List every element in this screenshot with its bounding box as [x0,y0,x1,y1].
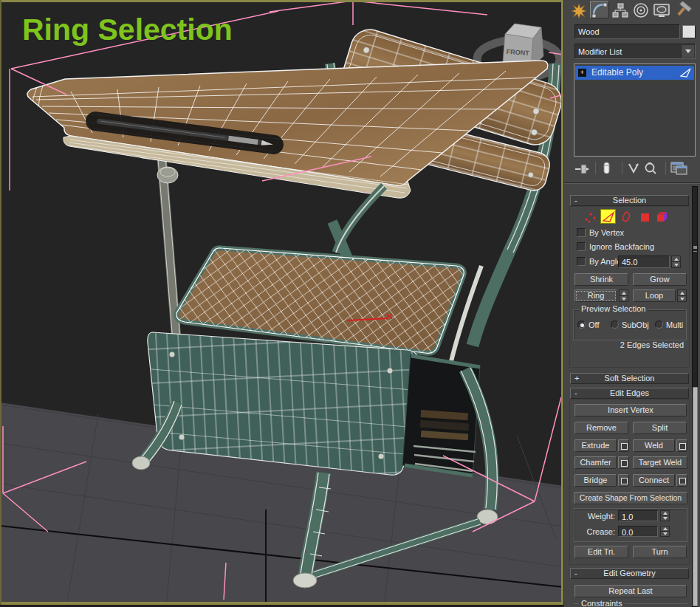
modifier-stack-toolbar [564,160,700,178]
annotation-title: Ring Selection [22,13,233,47]
repeat-last-button[interactable]: Repeat Last [574,585,687,597]
modify-icon [591,1,608,18]
chamfer-button[interactable]: Chamfer [574,456,617,469]
bridge-button[interactable]: Bridge [574,474,617,487]
by-vertex-label: By Vertex [589,228,624,238]
make-unique-icon[interactable] [628,162,641,174]
scrollbar-grip[interactable] [693,246,697,252]
subobject-element-button[interactable] [654,210,670,224]
rollout-title: Edit Edges [610,388,649,397]
tab-display[interactable] [652,1,671,19]
scrollbar-thumb[interactable] [693,387,698,606]
weight-label: Weight: [574,512,615,521]
insert-vertex-button[interactable]: Insert Vertex [574,404,687,416]
object-name-value: Wood [578,27,600,36]
crease-label: Crease: [574,527,615,537]
weight-input[interactable]: 1.0 [618,510,658,521]
rollout-header-selection[interactable]: - Selection [570,195,689,206]
show-end-result-icon[interactable] [601,161,613,176]
tab-motion[interactable] [631,1,651,19]
bridge-settings-button[interactable] [618,474,629,487]
subobject-polygon-button[interactable] [637,210,653,224]
remove-modifier-icon[interactable] [644,162,657,174]
turn-button[interactable]: Turn [633,546,687,558]
extrude-button[interactable]: Extrude [574,439,617,452]
object-name-field[interactable]: Wood [574,24,680,39]
chevron-down-icon [685,49,691,53]
rollout-header-edit-edges[interactable]: - Edit Edges [570,388,689,399]
object-color-swatch[interactable] [682,25,696,38]
by-angle-input[interactable]: 45.0 [618,256,670,268]
preview-multi-radio[interactable] [655,320,663,329]
selection-status-text: 2 Edges Selected [573,340,684,350]
preview-subobj-radio[interactable] [611,320,619,329]
motion-icon [631,1,651,19]
connect-button[interactable]: Connect [633,474,675,487]
constraints-label: Constraints [579,599,625,607]
subobject-edge-button[interactable] [600,209,616,224]
expand-icon: + [574,374,579,383]
collapse-icon: - [574,569,577,578]
utilities-icon [673,1,692,19]
edit-tri-button[interactable]: Edit Tri. [574,546,628,558]
split-button[interactable]: Split [633,422,687,434]
modifier-list-label: Modifier List [578,47,622,56]
preview-off-radio[interactable] [577,320,586,329]
connect-settings-button[interactable] [676,474,687,487]
perspective-viewport[interactable]: FRONT [0,0,563,607]
rollout-title: Soft Selection [605,374,655,383]
tab-utilities[interactable] [673,1,692,19]
by-angle-spinner[interactable] [671,256,681,268]
rollout-header-soft-selection[interactable]: + Soft Selection [570,373,689,384]
polygon-icon [637,210,653,224]
preview-selection-title: Preview Selection [579,304,648,313]
subobject-border-button[interactable] [619,210,634,224]
stack-expand-icon[interactable]: + [578,69,586,77]
by-angle-checkbox[interactable] [577,257,586,266]
hierarchy-icon [611,1,630,19]
weld-settings-button[interactable] [676,439,687,452]
ring-button[interactable]: Ring [574,289,617,302]
edge-icon [601,210,617,224]
crease-spinner[interactable] [660,526,670,537]
tab-modify[interactable] [590,1,609,18]
configure-modifier-sets-icon[interactable] [670,161,688,176]
rollout-title: Selection [613,196,646,205]
by-vertex-checkbox[interactable] [577,228,586,237]
modifier-stack-row-editable-poly[interactable]: + Editable Poly [575,66,694,80]
dropdown-arrow-button[interactable] [681,45,694,58]
weld-button[interactable]: Weld [633,439,675,452]
toolbar-separator [595,162,596,174]
rollout-header-edit-geometry[interactable]: - Edit Geometry [570,568,689,579]
3dsmax-window: FRONT [0,0,700,607]
ignore-backfacing-checkbox[interactable] [577,242,586,251]
create-icon [569,1,589,19]
loop-spinner[interactable] [677,289,687,302]
weight-value: 1.0 [622,512,633,521]
panel-scrollbar[interactable] [692,186,698,607]
command-panel: Wood Modifier List + Editable Poly [563,0,700,607]
border-icon [619,210,634,224]
create-shape-button[interactable]: Create Shape From Selection [574,492,687,504]
preview-subobj-label: SubObj [622,320,649,330]
tab-hierarchy[interactable] [611,1,630,19]
remove-button[interactable]: Remove [574,422,628,434]
extrude-settings-button[interactable] [618,439,629,452]
subobject-vertex-button[interactable] [583,210,598,224]
target-weld-button[interactable]: Target Weld [633,456,687,469]
shrink-button[interactable]: Shrink [574,273,628,286]
crease-input[interactable]: 0.0 [618,526,658,537]
rollout-title: Edit Geometry [603,569,655,577]
ring-spinner[interactable] [619,289,628,302]
loop-button[interactable]: Loop [633,289,676,302]
tab-create[interactable] [569,1,589,19]
crease-value: 0.0 [622,528,633,537]
collapse-icon: - [574,196,577,205]
pin-stack-icon[interactable] [575,162,590,176]
grow-button[interactable]: Grow [633,273,687,286]
chamfer-settings-button[interactable] [618,456,629,469]
weight-spinner[interactable] [660,510,670,521]
element-icon [654,210,670,224]
modifier-stack[interactable]: + Editable Poly [574,64,696,157]
modifier-list-dropdown[interactable]: Modifier List [574,44,696,59]
